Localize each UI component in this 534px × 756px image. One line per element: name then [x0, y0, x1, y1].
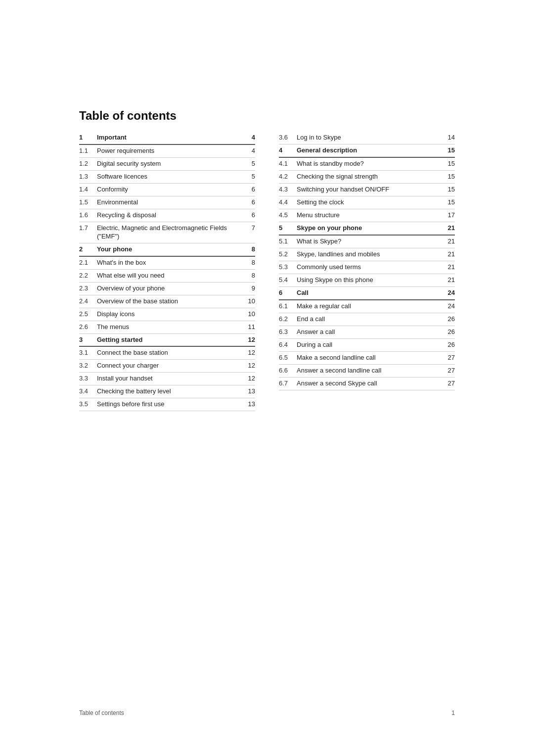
toc-row: 6.4During a call26 — [279, 339, 455, 352]
toc-label: What's in the box — [97, 259, 243, 267]
toc-page: 8 — [243, 245, 255, 253]
toc-num: 2.1 — [79, 259, 97, 266]
toc-label: Software licences — [97, 173, 243, 181]
toc-num: 3.5 — [79, 400, 97, 408]
toc-num: 5 — [279, 224, 297, 232]
toc-page: 6 — [243, 198, 255, 206]
toc-page: 15 — [443, 173, 455, 180]
toc-page: 8 — [243, 272, 255, 279]
toc-page: 15 — [443, 160, 455, 167]
toc-label: Overview of the base station — [97, 297, 243, 306]
toc-row: 6.3Answer a call26 — [279, 326, 455, 339]
toc-num: 2 — [79, 245, 97, 253]
toc-num: 2.2 — [79, 272, 97, 279]
toc-label: Checking the signal strength — [297, 173, 443, 181]
toc-num: 3 — [79, 336, 97, 343]
toc-row: 4.5Menu structure17 — [279, 209, 455, 222]
toc-page: 27 — [443, 379, 455, 387]
toc-row: 6.1Make a regular call24 — [279, 300, 455, 313]
toc-row: 4.4Setting the clock15 — [279, 196, 455, 209]
toc-label: Answer a second Skype call — [297, 379, 443, 388]
toc-num: 5.2 — [279, 250, 297, 258]
toc-label: Important — [97, 134, 243, 142]
toc-row: 6Call24 — [279, 287, 455, 300]
toc-page: 4 — [243, 134, 255, 141]
toc-row: 1.4Conformity6 — [79, 184, 255, 196]
toc-label: During a call — [297, 341, 443, 349]
toc-page: 21 — [443, 237, 455, 245]
footer-label: Table of contents — [79, 709, 124, 716]
toc-num: 2.4 — [79, 297, 97, 305]
toc-label: Getting started — [97, 336, 243, 344]
toc-row: 2.6The menus11 — [79, 321, 255, 334]
toc-num: 2.6 — [79, 323, 97, 331]
toc-num: 6.7 — [279, 379, 297, 387]
toc-label: Answer a second landline call — [297, 367, 443, 375]
toc-num: 3.6 — [279, 134, 297, 141]
toc-label: Digital security system — [97, 160, 243, 168]
toc-row: 4.3Switching your handset ON/OFF15 — [279, 184, 455, 196]
toc-page: 21 — [443, 224, 455, 232]
toc-label: Overview of your phone — [97, 284, 243, 293]
toc-page: 13 — [243, 400, 255, 408]
toc-label: What is standby mode? — [297, 160, 443, 168]
toc-label: Commonly used terms — [297, 263, 443, 272]
toc-label: Setting the clock — [297, 198, 443, 207]
toc-num: 6.1 — [279, 302, 297, 310]
toc-row: 2.1What's in the box8 — [79, 257, 255, 270]
toc-row: 1.3Software licences5 — [79, 171, 255, 184]
toc-page: 24 — [443, 302, 455, 310]
toc-row: 3.3Install your handset12 — [79, 373, 255, 385]
toc-page: 12 — [243, 375, 255, 382]
toc-label: What is Skype? — [297, 237, 443, 246]
toc-num: 3.4 — [79, 387, 97, 395]
toc-num: 3.2 — [79, 362, 97, 369]
footer: Table of contents 1 — [79, 709, 455, 716]
toc-num: 4.5 — [279, 211, 297, 219]
toc-page: 13 — [243, 387, 255, 395]
toc-num: 2.5 — [79, 310, 97, 318]
toc-label: Display icons — [97, 310, 243, 319]
toc-row: 5.2Skype, landlines and mobiles21 — [279, 248, 455, 261]
toc-label: Settings before first use — [97, 400, 243, 409]
toc-page: 5 — [243, 160, 255, 167]
toc-row: 2.4Overview of the base station10 — [79, 295, 255, 308]
toc-num: 2.3 — [79, 284, 97, 292]
toc-row: 2.5Display icons10 — [79, 308, 255, 321]
toc-row: 3.4Checking the battery level13 — [79, 385, 255, 398]
toc-page: 12 — [243, 362, 255, 369]
toc-row: 1.5Environmental6 — [79, 196, 255, 209]
toc-right-column: 3.6Log in to Skype144General description… — [279, 132, 455, 411]
toc-row: 2Your phone8 — [79, 243, 255, 257]
toc-row: 1.7Electric, Magnetic and Electromagneti… — [79, 222, 255, 243]
toc-row: 1Important4 — [79, 132, 255, 145]
toc-num: 6.3 — [279, 328, 297, 335]
toc-label: Make a second landline call — [297, 354, 443, 362]
toc-row: 3.5Settings before first use13 — [79, 398, 255, 411]
toc-num: 6.5 — [279, 354, 297, 361]
toc-num: 3.1 — [79, 349, 97, 356]
toc-page: 14 — [443, 134, 455, 141]
toc-label: General description — [297, 146, 443, 155]
toc-num: 1.2 — [79, 160, 97, 167]
toc-page: 11 — [243, 323, 255, 331]
toc-num: 1.4 — [79, 186, 97, 193]
toc-label: Environmental — [97, 198, 243, 207]
toc-row: 5.4Using Skype on this phone21 — [279, 274, 455, 287]
toc-row: 4.2Checking the signal strength15 — [279, 171, 455, 184]
toc-row: 3.2Connect your charger12 — [79, 360, 255, 373]
toc-page: 4 — [243, 147, 255, 154]
toc-num: 5.1 — [279, 237, 297, 245]
toc-row: 2.3Overview of your phone9 — [79, 283, 255, 295]
toc-label: Power requirements — [97, 147, 243, 155]
footer-page: 1 — [451, 709, 455, 716]
toc-label: Using Skype on this phone — [297, 276, 443, 284]
toc-label: Make a regular call — [297, 302, 443, 311]
toc-container: 1Important41.1Power requirements41.2Digi… — [79, 132, 455, 411]
toc-left-column: 1Important41.1Power requirements41.2Digi… — [79, 132, 255, 411]
toc-label: What else will you need — [97, 272, 243, 280]
toc-num: 1.3 — [79, 173, 97, 180]
toc-page: 21 — [443, 263, 455, 271]
toc-row: 1.1Power requirements4 — [79, 145, 255, 158]
toc-page: 21 — [443, 250, 455, 258]
